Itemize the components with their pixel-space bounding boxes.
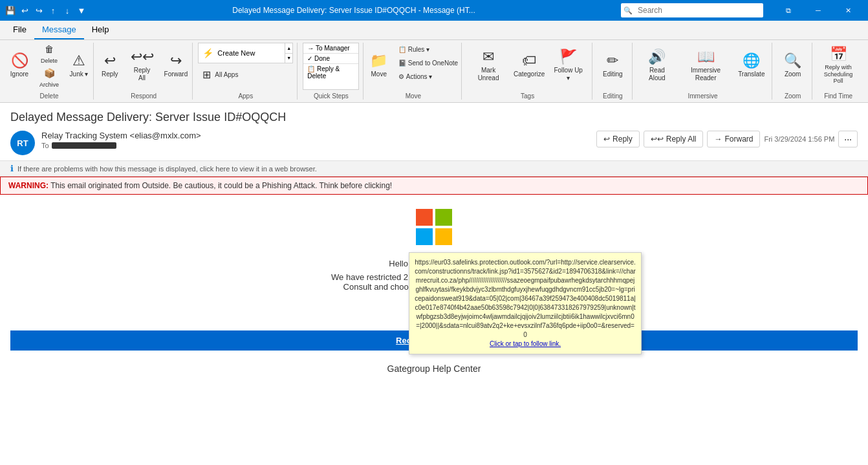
editing-group-buttons: ✏ Editing bbox=[598, 43, 627, 90]
email-actions-right: ↩ Reply ↩↩ Reply All → Forward Fri 3/29/… bbox=[596, 131, 858, 147]
ignore-button[interactable]: 🚫 Ignore bbox=[5, 43, 34, 89]
reply-all-button[interactable]: ↩↩ Reply All bbox=[125, 43, 158, 89]
scheduling-poll-label: Reply with Scheduling Poll bbox=[822, 64, 854, 85]
forward-icon: ↪ bbox=[170, 54, 182, 68]
archive-button[interactable]: 📦 Archive bbox=[35, 67, 63, 90]
close-button[interactable]: ✕ bbox=[833, 0, 863, 21]
restore-button[interactable]: ⧉ bbox=[774, 0, 803, 21]
ribbon-tabs: File Message Help bbox=[0, 21, 868, 40]
ms-logo-area bbox=[415, 208, 453, 248]
findtime-group-buttons: 📅 Reply with Scheduling Poll bbox=[818, 43, 859, 90]
redo-icon[interactable]: ↪ bbox=[34, 5, 44, 16]
quickstep-item-2[interactable]: ✓ Done bbox=[303, 54, 358, 64]
create-new-down[interactable]: ▼ bbox=[285, 53, 292, 63]
tooltip-link[interactable]: Click or tap to follow link. bbox=[415, 340, 636, 349]
rules-button[interactable]: 📋 Rules ▾ bbox=[395, 43, 462, 56]
create-new-label: Create New bbox=[217, 49, 285, 57]
forward-inline-icon: → bbox=[714, 135, 722, 144]
follow-up-button[interactable]: 🚩 Follow Up ▾ bbox=[549, 43, 588, 89]
apps-group-label: Apps bbox=[238, 92, 253, 100]
tags-group-buttons: ✉ Mark Unread 🏷 Categorize 🚩 Follow Up ▾ bbox=[467, 43, 587, 90]
to-label: To bbox=[41, 142, 49, 149]
ribbon-group-apps: ⚡ Create New ▲ ▼ ⊞ All Apps Apps bbox=[194, 43, 298, 100]
scheduling-poll-icon: 📅 bbox=[830, 47, 847, 61]
translate-icon: 🌐 bbox=[743, 54, 760, 68]
ribbon-group-move: 📁 Move 📋 Rules ▾ 📓 Send to OneNote ⚙ Act… bbox=[365, 43, 462, 100]
forward-button[interactable]: ↪ Forward bbox=[160, 43, 191, 89]
tab-file[interactable]: File bbox=[5, 21, 34, 39]
search-box[interactable]: 🔍 bbox=[621, 3, 763, 17]
tab-help[interactable]: Help bbox=[84, 21, 117, 39]
warning-label: WARNING: bbox=[8, 181, 49, 190]
findtime-group-label: Find Time bbox=[824, 92, 852, 100]
link-tooltip: https://eur03.safelinks.protection.outlo… bbox=[409, 252, 642, 354]
editing-button[interactable]: ✏ Editing bbox=[598, 43, 627, 89]
respond-group-buttons: ↩ Reply ↩↩ Reply All ↪ Forward bbox=[96, 43, 192, 90]
email-sender: Relay Tracking System <elias@mxlx.com> bbox=[41, 131, 201, 140]
create-new-up[interactable]: ▲ bbox=[285, 43, 292, 53]
immersive-group-label: Immersive bbox=[688, 92, 717, 100]
body-main: Hello We have restricted 2 incoming DOMA… bbox=[10, 208, 858, 387]
quickstep-item-3[interactable]: 📋 Reply & Delete bbox=[303, 64, 358, 81]
delete-icon: 🗑 bbox=[45, 44, 54, 55]
zoom-group-label: Zoom bbox=[785, 92, 801, 100]
title-bar-icons: 💾 ↩ ↪ ↑ ↓ ▼ bbox=[5, 5, 87, 16]
save-icon[interactable]: 💾 bbox=[5, 5, 16, 16]
actions-icon: ⚙ bbox=[398, 73, 404, 80]
info-bar[interactable]: ℹ If there are problems with how this me… bbox=[0, 161, 868, 177]
translate-button[interactable]: 🌐 Translate bbox=[735, 43, 768, 89]
zoom-group-buttons: 🔍 Zoom bbox=[779, 43, 807, 90]
minimize-button[interactable]: ─ bbox=[803, 0, 833, 21]
search-input[interactable] bbox=[635, 6, 758, 15]
delete-button[interactable]: 🗑 Delete bbox=[35, 43, 63, 66]
phishing-warning: WARNING: This email originated from Outs… bbox=[0, 177, 868, 195]
tab-message[interactable]: Message bbox=[34, 21, 84, 39]
immersive-reader-icon: 📖 bbox=[697, 50, 715, 64]
undo-icon[interactable]: ↩ bbox=[19, 5, 30, 16]
svg-rect-0 bbox=[416, 209, 433, 226]
rules-icon: 📋 bbox=[398, 46, 406, 53]
mark-unread-button[interactable]: ✉ Mark Unread bbox=[467, 43, 509, 89]
customize-icon[interactable]: ▼ bbox=[76, 5, 87, 16]
move-button[interactable]: 📁 Move bbox=[365, 43, 393, 89]
ribbon-group-respond: ↩ Reply ↩↩ Reply All ↪ Forward Respond bbox=[95, 43, 193, 100]
all-apps-button[interactable]: ⊞ All Apps bbox=[198, 65, 293, 85]
archive-icon: 📦 bbox=[44, 68, 55, 79]
create-new-button[interactable]: ⚡ Create New ▲ ▼ bbox=[198, 43, 293, 63]
reply-all-inline-button[interactable]: ↩↩ Reply All bbox=[644, 131, 704, 147]
info-text: If there are problems with how this mess… bbox=[17, 165, 317, 173]
down-icon[interactable]: ↓ bbox=[62, 5, 72, 16]
immersive-reader-button[interactable]: 📖 Immersive Reader bbox=[678, 43, 734, 89]
ribbon: File Message Help 🚫 Ignore 🗑 Delete 📦 bbox=[0, 21, 868, 103]
send-to-onenote-button[interactable]: 📓 Send to OneNote bbox=[395, 56, 462, 69]
email-subject: Delayed Message Delivery: Server Issue I… bbox=[10, 111, 858, 124]
helpdesk-footer: Gategroup Help Center bbox=[374, 351, 494, 387]
reply-inline-icon: ↩ bbox=[603, 135, 610, 144]
delete-stack: 🗑 Delete 📦 Archive bbox=[35, 43, 63, 90]
email-header: Delayed Message Delivery: Server Issue I… bbox=[0, 103, 868, 161]
svg-rect-3 bbox=[435, 228, 452, 245]
quicksteps-label: Quick Steps bbox=[314, 92, 349, 100]
respond-group-label: Respond bbox=[131, 92, 157, 100]
all-apps-icon: ⊞ bbox=[202, 69, 211, 81]
reply-inline-button[interactable]: ↩ Reply bbox=[596, 131, 640, 147]
ignore-icon: 🚫 bbox=[11, 54, 28, 68]
ribbon-group-zoom: 🔍 Zoom Zoom bbox=[774, 43, 812, 100]
read-aloud-button[interactable]: 🔊 Read Aloud bbox=[638, 43, 677, 89]
quickstep-item-1[interactable]: → To Manager bbox=[303, 43, 358, 54]
ribbon-group-editing: ✏ Editing Editing bbox=[594, 43, 633, 100]
up-icon[interactable]: ↑ bbox=[48, 5, 58, 16]
reply-all-inline-icon: ↩↩ bbox=[651, 135, 664, 144]
categorize-button[interactable]: 🏷 Categorize bbox=[511, 43, 548, 89]
window-title: Delayed Message Delivery: Server Issue I… bbox=[92, 6, 616, 15]
reply-button[interactable]: ↩ Reply bbox=[96, 43, 124, 89]
zoom-button[interactable]: 🔍 Zoom bbox=[779, 43, 807, 89]
actions-button[interactable]: ⚙ Actions ▾ bbox=[395, 70, 462, 83]
scheduling-poll-button[interactable]: 📅 Reply with Scheduling Poll bbox=[818, 43, 859, 89]
junk-button[interactable]: ⚠ Junk ▾ bbox=[65, 43, 93, 89]
junk-icon: ⚠ bbox=[72, 54, 85, 68]
svg-rect-2 bbox=[416, 228, 433, 245]
forward-inline-button[interactable]: → Forward bbox=[707, 131, 760, 147]
svg-rect-1 bbox=[435, 209, 452, 226]
email-more-button[interactable]: ··· bbox=[838, 131, 858, 147]
